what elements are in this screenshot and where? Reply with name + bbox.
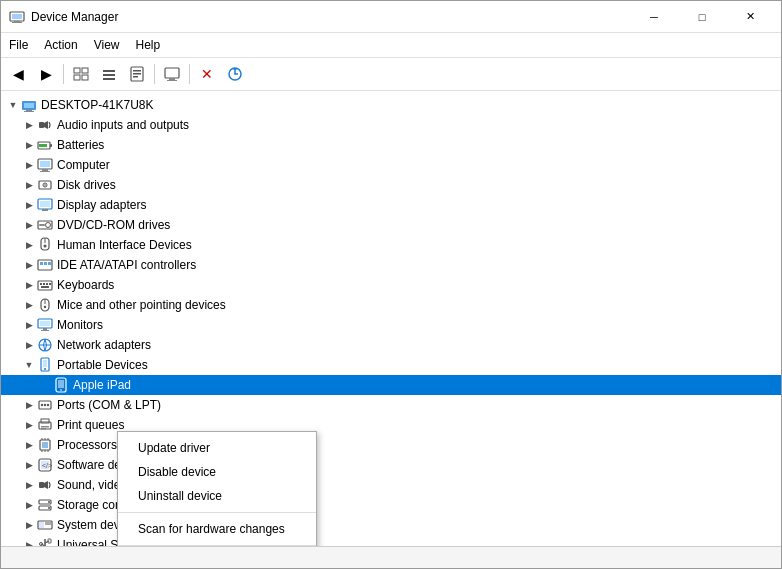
tree-item-computer[interactable]: ▶ Computer [1,155,781,175]
toolbar-properties[interactable] [124,61,150,87]
tree-item-hid[interactable]: ▶ Human Interface Devices [1,235,781,255]
hid-arrow: ▶ [21,237,37,253]
processors-icon [37,437,53,453]
toolbar-back[interactable]: ◀ [5,61,31,87]
mice-label: Mice and other pointing devices [57,298,226,312]
ipad-arrow [37,377,53,393]
context-disable-device[interactable]: Disable device [118,460,316,484]
mice-icon [37,297,53,313]
tree-item-ports[interactable]: ▶ Ports (COM & LPT) [1,395,781,415]
maximize-button[interactable]: □ [679,1,725,33]
monitors-arrow: ▶ [21,317,37,333]
toolbar-monitor[interactable] [159,61,185,87]
context-sep2 [118,545,316,546]
svg-point-55 [44,306,46,308]
root-icon [21,97,37,113]
tree-item-keyboards[interactable]: ▶ Keyboards [1,275,781,295]
disk-arrow: ▶ [21,177,37,193]
tree-item-monitors[interactable]: ▶ Monitors [1,315,781,335]
svg-rect-63 [43,360,47,367]
dvd-arrow: ▶ [21,217,37,233]
processors-label: Processors [57,438,117,452]
ide-label: IDE ATA/ATAPI controllers [57,258,196,272]
status-bar [1,546,781,568]
menu-help[interactable]: Help [128,35,169,55]
svg-rect-20 [24,103,34,108]
svg-rect-97 [48,539,51,543]
svg-rect-13 [133,73,141,75]
svg-rect-26 [50,144,52,147]
tree-item-audio[interactable]: ▶ Audio inputs and outputs [1,115,781,135]
svg-rect-58 [43,328,47,330]
system-icon [37,517,53,533]
svg-point-91 [48,507,50,509]
svg-point-70 [44,404,46,406]
toolbar-scan[interactable] [222,61,248,87]
svg-rect-7 [82,75,88,80]
svg-rect-1 [12,14,22,19]
computer-arrow: ▶ [21,157,37,173]
toolbar-forward[interactable]: ▶ [33,61,59,87]
svg-rect-74 [41,426,49,428]
tree-root[interactable]: ▼ DESKTOP-41K7U8K [1,95,781,115]
svg-rect-77 [42,442,48,448]
usb-arrow: ▶ [21,537,37,546]
hid-icon [37,237,53,253]
mice-arrow: ▶ [21,297,37,313]
tree-item-mice[interactable]: ▶ Mice and other pointing devices [1,295,781,315]
svg-rect-28 [40,161,50,167]
toolbar-uninstall[interactable]: ✕ [194,61,220,87]
tree-item-batteries[interactable]: ▶ Batteries [1,135,781,155]
tree-item-ide[interactable]: ▶ IDE ATA/ATAPI controllers [1,255,781,275]
close-button[interactable]: ✕ [727,1,773,33]
ports-icon [37,397,53,413]
menu-action[interactable]: Action [36,35,85,55]
toolbar-sep1 [63,64,64,84]
tree-item-display[interactable]: ▶ Display adapters [1,195,781,215]
audio-label: Audio inputs and outputs [57,118,189,132]
context-uninstall-device[interactable]: Uninstall device [118,484,316,508]
svg-rect-49 [43,283,45,285]
keyboards-label: Keyboards [57,278,114,292]
menu-file[interactable]: File [1,35,36,55]
software-icon: </> [37,457,53,473]
tree-item-network[interactable]: ▶ Network adapters [1,335,781,355]
tree-item-apple-ipad[interactable]: Apple iPad [1,375,781,395]
toolbar-collapse[interactable] [96,61,122,87]
toolbar-sep3 [189,64,190,84]
context-menu: Update driver Disable device Uninstall d… [117,431,317,546]
svg-rect-12 [133,70,141,72]
app-icon [9,9,25,25]
audio-arrow: ▶ [21,117,37,133]
storage-arrow: ▶ [21,497,37,513]
keyboards-icon [37,277,53,293]
svg-rect-6 [74,75,80,80]
svg-rect-30 [40,171,50,172]
svg-rect-17 [167,80,177,81]
computer-icon [37,157,53,173]
svg-rect-14 [133,76,138,78]
dvd-label: DVD/CD-ROM drives [57,218,170,232]
svg-rect-9 [103,74,115,76]
tree-item-dvd[interactable]: ▶ DVD/CD-ROM drives [1,215,781,235]
ports-arrow: ▶ [21,397,37,413]
computer-label: Computer [57,158,110,172]
tree-item-portable[interactable]: ▼ Portable Devices [1,355,781,375]
ide-icon [37,257,53,273]
context-sep1 [118,512,316,513]
print-arrow: ▶ [21,417,37,433]
svg-rect-93 [39,522,44,528]
context-update-driver[interactable]: Update driver [118,436,316,460]
tree-item-disk[interactable]: ▶ Disk drives [1,175,781,195]
portable-icon [37,357,53,373]
toolbar-show-all[interactable] [68,61,94,87]
sound-arrow: ▶ [21,477,37,493]
svg-rect-5 [82,68,88,73]
minimize-button[interactable]: ─ [631,1,677,33]
svg-rect-51 [49,283,51,285]
svg-point-71 [47,404,49,406]
menu-view[interactable]: View [86,35,128,55]
ipad-label: Apple iPad [73,378,131,392]
svg-rect-3 [12,22,22,23]
context-scan-hardware[interactable]: Scan for hardware changes [118,517,316,541]
